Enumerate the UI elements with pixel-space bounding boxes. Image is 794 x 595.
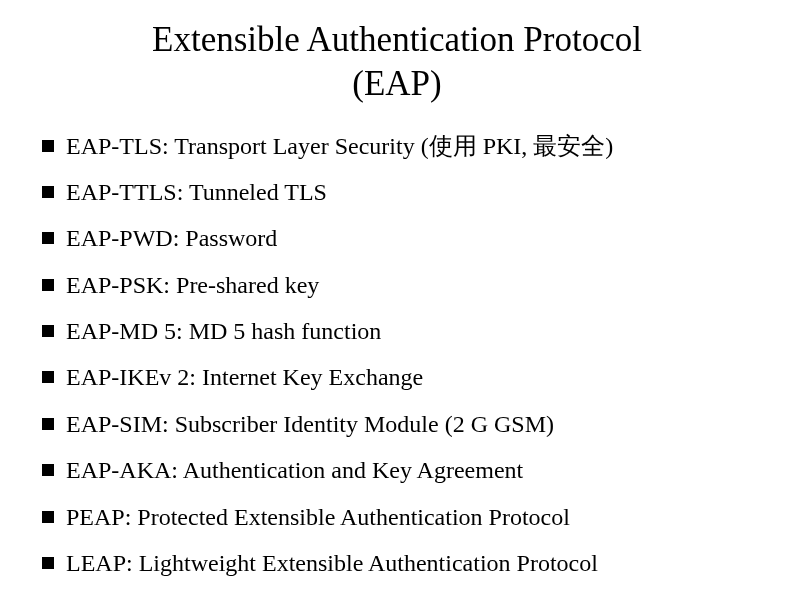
square-bullet-icon — [42, 371, 54, 383]
square-bullet-icon — [42, 279, 54, 291]
bullet-text: LEAP: Lightweight Extensible Authenticat… — [66, 547, 764, 579]
bullet-text: EAP-MD 5: MD 5 hash function — [66, 315, 764, 347]
list-item: EAP-TTLS: Tunneled TLS — [42, 176, 764, 208]
bullet-list: EAP-TLS: Transport Layer Security (使用 PK… — [30, 130, 764, 596]
list-item: EAP-AKA: Authentication and Key Agreemen… — [42, 454, 764, 486]
list-item: EAP-PSK: Pre-shared key — [42, 269, 764, 301]
bullet-text: EAP-SIM: Subscriber Identity Module (2 G… — [66, 408, 764, 440]
title-line-1: Extensible Authentication Protocol — [152, 20, 642, 59]
square-bullet-icon — [42, 232, 54, 244]
slide-title: Extensible Authentication Protocol (EAP) — [30, 18, 764, 106]
square-bullet-icon — [42, 140, 54, 152]
square-bullet-icon — [42, 511, 54, 523]
bullet-text: EAP-AKA: Authentication and Key Agreemen… — [66, 454, 764, 486]
list-item: EAP-TLS: Transport Layer Security (使用 PK… — [42, 130, 764, 162]
bullet-text: EAP-PSK: Pre-shared key — [66, 269, 764, 301]
title-line-2: (EAP) — [352, 64, 441, 103]
list-item: PEAP: Protected Extensible Authenticatio… — [42, 501, 764, 533]
bullet-text: PEAP: Protected Extensible Authenticatio… — [66, 501, 764, 533]
bullet-text: EAP-TLS: Transport Layer Security (使用 PK… — [66, 130, 764, 162]
bullet-text: EAP-IKEv 2: Internet Key Exchange — [66, 361, 764, 393]
list-item: EAP-MD 5: MD 5 hash function — [42, 315, 764, 347]
bullet-text: EAP-PWD: Password — [66, 222, 764, 254]
square-bullet-icon — [42, 418, 54, 430]
square-bullet-icon — [42, 464, 54, 476]
list-item: EAP-IKEv 2: Internet Key Exchange — [42, 361, 764, 393]
list-item: LEAP: Lightweight Extensible Authenticat… — [42, 547, 764, 579]
list-item: EAP-PWD: Password — [42, 222, 764, 254]
list-item: EAP-SIM: Subscriber Identity Module (2 G… — [42, 408, 764, 440]
square-bullet-icon — [42, 557, 54, 569]
square-bullet-icon — [42, 186, 54, 198]
bullet-text: EAP-TTLS: Tunneled TLS — [66, 176, 764, 208]
square-bullet-icon — [42, 325, 54, 337]
